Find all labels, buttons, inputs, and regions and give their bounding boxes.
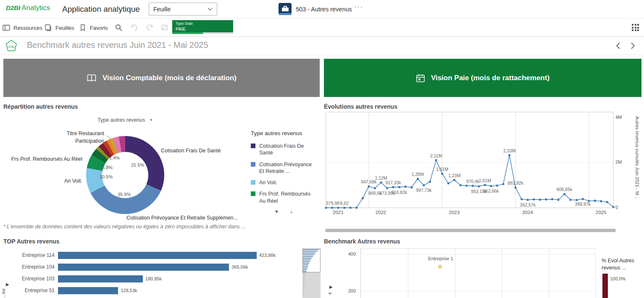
vision-paie-banner[interactable]: Vision Paie (mois de rattachement) — [324, 59, 641, 97]
bar-row[interactable]: Entreprise 103180,85k — [3, 273, 306, 285]
legend-item[interactable]: An Voit. — [251, 179, 318, 186]
pie-dimension-dropdown[interactable]: Type autres revenus ▼ — [97, 117, 153, 123]
top-bar: D2BI Analytics Application analytique Fe… — [0, 0, 644, 18]
svg-text:1,28M: 1,28M — [412, 172, 424, 177]
more-menu-button[interactable]: ··· — [354, 3, 363, 11]
pie-legend: Type autres revenus Cotisation Frais De … — [251, 130, 318, 209]
expand-axis-button[interactable]: ▶ — [329, 285, 333, 289]
y-tick-label: 400 — [342, 251, 356, 256]
sheet-dropdown[interactable]: Feuille — [149, 3, 217, 16]
color-scale-value: 100,0% — [610, 276, 626, 281]
legend-item[interactable]: Frs Prof. Remboursés Au Réel — [251, 191, 318, 204]
pie-legend-title: Type autres revenus — [251, 130, 318, 136]
svg-text:997,73k: 997,73k — [416, 188, 432, 193]
svg-text:916,82k: 916,82k — [392, 190, 407, 195]
app-tab-label: 503 - Autres revenus — [296, 6, 352, 13]
legend-item[interactable]: Cotisation Prévoyance Et Retraite ... — [251, 161, 318, 175]
svg-text:962,66k: 962,66k — [483, 188, 499, 193]
app-tab[interactable]: 503 - Autres revenus — [279, 3, 352, 15]
legend-label: Cotisation Prévoyance Et Retraite ... — [259, 161, 318, 175]
bar-category-label: Entreprise 103 — [3, 276, 58, 282]
bar[interactable] — [58, 287, 118, 294]
line-chart-plot[interactable]: 379,988,62947,68k868,5k1,12M873,99k917,3… — [324, 110, 618, 218]
svg-text:D2BI: D2BI — [8, 45, 15, 48]
filter-chip-type-date[interactable]: Type Date PAIE — [172, 20, 233, 32]
line-chart-y-axis-title: Autres revenus cumulés Juin 2021 - M... — [635, 116, 640, 215]
pie-callout-label: Cotisation Frais De Santé — [161, 148, 221, 154]
scatter-axis-title: é — [327, 292, 332, 295]
grid-view-icon[interactable] — [632, 24, 639, 31]
bar-value-label: 423,88k — [259, 253, 276, 258]
svg-text:892,82k: 892,82k — [507, 180, 523, 186]
legend-scroll-controls: ▼ ▲ — [274, 209, 294, 214]
legend-label: Cotisation Frais De Santé — [259, 143, 318, 157]
bar-value-label: 180,85k — [145, 276, 162, 281]
legend-swatch — [251, 162, 255, 167]
minimap-window[interactable] — [302, 248, 321, 272]
sheets-button[interactable]: Feuilles — [45, 18, 74, 37]
svg-text:2022: 2022 — [376, 210, 386, 215]
legend-label: Frs Prof. Remboursés Au Réel — [259, 191, 318, 204]
svg-text:1,51M: 1,51M — [436, 167, 448, 172]
vision-comptable-banner[interactable]: Vision Comptable (mois de déclaration) — [3, 59, 320, 97]
evolutions-section-title: Évolutions autres revenus — [324, 103, 397, 110]
filter-chip-selection-bar — [172, 32, 233, 34]
pie-percent-label: 35.9% — [118, 192, 131, 197]
search-selections-icon[interactable] — [115, 24, 123, 32]
svg-text:2025: 2025 — [596, 210, 607, 215]
legend-scroll-up-icon[interactable]: ▲ — [289, 209, 294, 214]
next-sheet-button[interactable] — [628, 41, 637, 50]
bar-row[interactable]: Entreprise 51128,53k — [3, 285, 306, 296]
panel-icon — [3, 24, 10, 31]
pie-percent-label: 5.8% — [102, 165, 113, 170]
legend-swatch — [251, 144, 255, 148]
bar[interactable] — [58, 275, 143, 282]
bar-value-label: 365,06k — [231, 264, 248, 269]
bar-row[interactable]: Entreprise 114423,88k — [3, 249, 306, 261]
bar-category-label: Entreprise 104 — [3, 264, 58, 270]
favorites-button[interactable]: Favoris — [79, 18, 108, 37]
expand-axis-button[interactable]: ▶ — [6, 282, 9, 287]
sheet-title: Benchmark autres revenus Juin 2021 - Mai… — [27, 40, 208, 50]
chevron-down-icon — [208, 8, 213, 11]
toolbar: Ressources Feuilles Favoris Type Date PA… — [0, 18, 644, 37]
logo-text: Analytics — [21, 4, 50, 12]
app-title: Application analytique — [62, 5, 140, 14]
y-tick-label: 2M — [615, 159, 622, 165]
pie-percent-label: 31.5% — [131, 162, 144, 167]
pie-dimension-label: Type autres revenus — [97, 117, 145, 123]
filter-chip-field: Type Date — [176, 21, 230, 26]
pie-percent-label: 10.5% — [100, 174, 113, 179]
resources-button[interactable]: Ressources — [3, 18, 42, 37]
bar-row[interactable]: Entreprise 104365,06k — [3, 261, 306, 273]
legend-item[interactable]: Cotisation Frais De Santé — [251, 143, 318, 157]
svg-text:1,01M: 1,01M — [479, 178, 491, 183]
line-chart-scrollbar[interactable] — [325, 229, 616, 232]
color-scale-bar[interactable] — [602, 274, 608, 298]
gridline — [361, 254, 595, 254]
app-window: D2BI Analytics Application analytique Fe… — [0, 0, 644, 298]
pie-callout-label: An Voit. — [40, 178, 82, 184]
gridline — [595, 248, 596, 298]
bar-chart-axis-title: ...ise — [1, 288, 6, 298]
d2bi-analytics-logo[interactable]: D2BI Analytics — [6, 4, 50, 12]
svg-text:970,4k: 970,4k — [466, 179, 480, 184]
repartition-pie-chart: Type autres revenus ▼ 31.5%35.9%10.5%5.8… — [3, 111, 320, 221]
sheet-header: D2BI Benchmark autres revenus Juin 2021 … — [0, 37, 644, 55]
bar[interactable] — [58, 252, 257, 259]
svg-text:388,97k: 388,97k — [575, 201, 591, 207]
gridline — [549, 248, 549, 298]
y-tick-label: 4M — [615, 115, 622, 120]
chart-minimap[interactable] — [302, 248, 321, 298]
scatter-point-label: Entreprise 1 — [424, 256, 457, 261]
svg-text:2021: 2021 — [333, 210, 344, 215]
previous-sheet-button[interactable] — [614, 41, 623, 50]
legend-label: An Voit. — [259, 179, 277, 186]
bar[interactable] — [58, 264, 229, 271]
bar-category-label: Entreprise 114 — [3, 252, 58, 258]
legend-scroll-down-icon[interactable]: ▼ — [274, 209, 279, 214]
step-back-icon — [130, 24, 139, 32]
scatter-point[interactable] — [438, 265, 442, 269]
gridline — [361, 291, 595, 291]
gridline — [408, 248, 408, 298]
